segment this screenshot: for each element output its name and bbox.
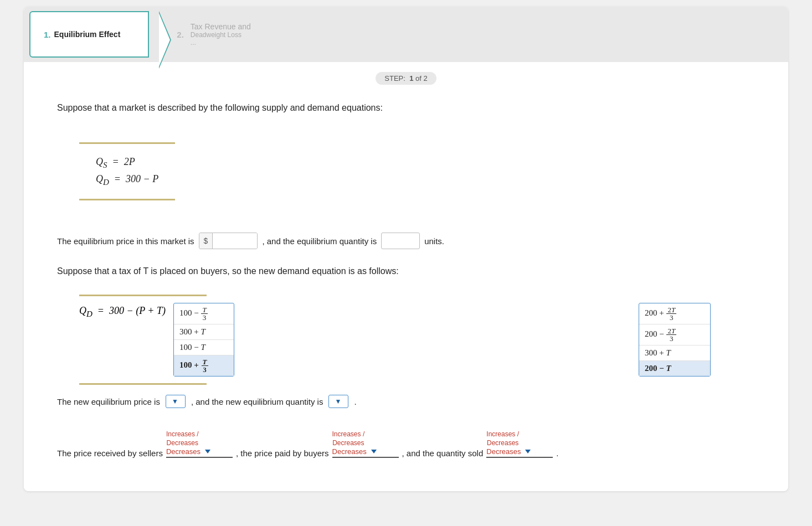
eq-price-prefix: The equilibrium price in this market is [57,236,194,246]
main-card: 1. Equilibrium Effect 2. Tax Revenue and… [24,7,788,491]
left-arrow-icon: ▼ [172,398,178,405]
qd-sub: D [103,177,109,186]
dollar-input-wrapper[interactable]: $ [199,233,258,249]
price-input[interactable] [213,233,257,249]
sellers-row: The price received by sellers Increases … [57,430,755,458]
new-qty-dropdown-btn[interactable]: ▼ [328,395,348,408]
sellers-text3: , and the quantity sold [402,448,484,458]
eq-qd: QD = 300 − P [96,173,158,187]
eq-qs: QS = 2P [96,156,158,170]
buyers-dropdown-text: Decreases [332,447,367,456]
equilibrium-input-section: The equilibrium price in this market is … [57,233,755,249]
quantity-input[interactable] [381,233,420,249]
right-opt-3[interactable]: 300 + T [639,345,710,361]
sellers-arrow-icon[interactable] [205,450,210,453]
left-dropdown-btn-wrapper[interactable]: ▼ [166,395,186,408]
right-arrow-icon: ▼ [335,398,341,405]
new-eq-text3: . [354,397,356,406]
sellers-dropdown-group[interactable]: Increases / Decreases Decreases [166,430,233,458]
left-opt-2[interactable]: 300 + T [174,324,234,340]
buyers-dropdown-group[interactable]: Increases / Decreases Decreases [332,430,399,458]
dollar-sign: $ [199,233,213,249]
step-2-sublabel: Deadweight Loss [191,31,251,39]
left-opt-4[interactable]: 100 + T3 [174,355,234,376]
qty-arrow-icon[interactable] [525,450,531,453]
step-2-label: Tax Revenue and [191,22,251,31]
left-opt-3[interactable]: 100 − T [174,340,234,355]
buyers-label-bot: Decreases [332,439,364,447]
buyers-label-top: Increases / [332,430,365,438]
sellers-label-top: Increases / [166,430,199,438]
new-equilibrium-line: The new equilibrium price is ▼ , and the… [57,395,755,408]
right-opt-1[interactable]: 200 + 2T3 [639,303,710,324]
sellers-text1: The price received by sellers [57,448,163,458]
qty-dropdown-underline[interactable]: Decreases [486,447,553,458]
qty-label-top: Increases / [486,430,519,438]
equation-box-1: QS = 2P QD = 300 − P [79,142,175,200]
step-sep: of [415,74,423,82]
eq-units: units. [424,236,444,246]
page-container: 1. Equilibrium Effect 2. Tax Revenue and… [0,0,812,526]
qty-label-bot: Decreases [487,439,518,447]
new-eq-text2: , and the new equilibrium quantity is [191,397,323,406]
sellers-text4: . [556,448,558,458]
sellers-dropdown-text: Decreases [166,447,201,456]
sellers-dropdown-underline[interactable]: Decreases [166,447,233,458]
right-dropdown-btn-wrapper[interactable]: ▼ [328,395,348,408]
step-prefix: STEP: [384,74,405,82]
sellers-label-bot: Decreases [167,439,198,447]
qs-sub: S [103,161,107,169]
new-demand-eq: QD = 300 − (P + T) [79,305,166,319]
step-2-number: 2. [177,30,184,39]
sellers-text2: , the price paid by buyers [236,448,329,458]
left-opt-1[interactable]: 100 − T3 [174,303,234,324]
step-current: 1 [409,74,413,82]
right-opt-4[interactable]: 200 − T [639,361,710,376]
buyers-arrow-icon[interactable] [371,450,377,453]
step-2-sublabel2: ... [191,39,251,47]
tax-intro-text: Suppose that a tax of T is placed on buy… [57,265,755,278]
eq-qty-middle: , and the equilibrium quantity is [262,236,377,246]
new-price-dropdown-btn[interactable]: ▼ [166,395,186,408]
quantity-dropdown-group[interactable]: Increases / Decreases Decreases [486,430,553,458]
new-eq-text1: The new equilibrium price is [57,397,160,406]
steps-header: 1. Equilibrium Effect 2. Tax Revenue and… [24,7,788,62]
left-dropdown[interactable]: 100 − T3 300 + T 100 − T 100 + T3 [173,303,234,377]
intro-text: Suppose that a market is described by th… [57,101,755,115]
step-1-number: 1. [44,30,51,39]
qty-dropdown-text: Decreases [486,447,521,456]
step-1[interactable]: 1. Equilibrium Effect [29,11,149,58]
right-opt-2[interactable]: 200 − 2T3 [639,324,710,345]
content-area: Suppose that a market is described by th… [24,90,788,469]
step-total: 2 [423,74,427,82]
step-indicator: STEP: 1 of 2 [376,72,436,85]
step-1-label: Equilibrium Effect [54,30,121,39]
buyers-dropdown-underline[interactable]: Decreases [332,447,399,458]
right-dropdown[interactable]: 200 + 2T3 200 − 2T3 300 + T 200 − T [639,303,711,377]
